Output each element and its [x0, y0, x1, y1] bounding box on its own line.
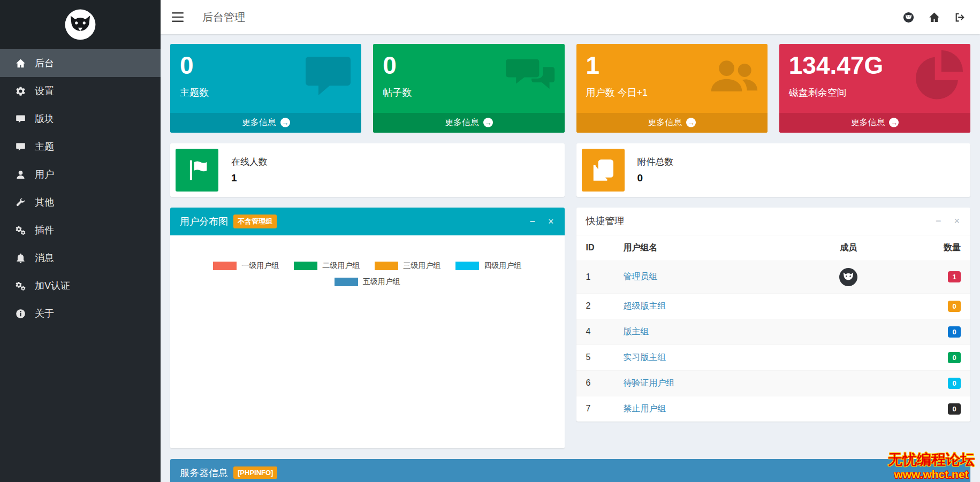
panel-header: 服务器信息 [PHPINFO]: [170, 459, 970, 482]
count-badge: 1: [948, 271, 961, 282]
table-row: 6 待验证用户组 0: [576, 370, 971, 396]
group-link[interactable]: 超级版主组: [624, 301, 666, 310]
group-link[interactable]: 版主组: [624, 327, 649, 336]
fox-logo-icon: [903, 12, 914, 23]
minimize-icon[interactable]: −: [935, 215, 943, 227]
info-icon: [14, 309, 27, 319]
count-badge: 0: [948, 301, 961, 312]
more-info-link[interactable]: 更多信息 →: [373, 113, 564, 133]
stat-box-users: 1 用户数 今日+1 更多信息 →: [576, 44, 768, 133]
sidebar-item-label: 主题: [35, 140, 54, 153]
comment-icon: [14, 142, 27, 152]
cogs-icon: [14, 281, 27, 291]
comment-icon: [14, 114, 27, 124]
sign-out-icon: [954, 12, 966, 23]
sidebar-item-other[interactable]: 其他: [0, 188, 161, 216]
sidebar-item-label: 后台: [35, 57, 54, 70]
panel-controls: − ×: [528, 216, 554, 227]
brand-home-button[interactable]: [895, 0, 921, 34]
info-box-value: 1: [231, 172, 268, 184]
table-header-row: ID 用户组名 成员 数量: [576, 235, 971, 261]
home-button[interactable]: [921, 0, 947, 34]
col-header-groupname: 用户组名: [614, 235, 786, 261]
flag-icon: [176, 149, 218, 192]
minimize-icon[interactable]: −: [528, 216, 536, 227]
arrow-circle-right-icon: →: [889, 118, 899, 127]
sidebar-item-plugins[interactable]: 插件: [0, 216, 161, 244]
group-link[interactable]: 待验证用户组: [624, 378, 675, 387]
panel-header: 用户分布图 不含管理组 − ×: [170, 208, 565, 235]
sidebar-item-label: 插件: [35, 224, 54, 236]
info-box-online: 在线人数 1: [170, 143, 565, 197]
table-row: 5 实习版主组 0: [576, 345, 971, 370]
col-header-id: ID: [576, 235, 614, 261]
sidebar-item-about[interactable]: 关于: [0, 300, 161, 327]
close-icon[interactable]: ×: [953, 215, 961, 227]
more-info-link[interactable]: 更多信息 →: [779, 113, 970, 133]
count-badge: 0: [948, 326, 961, 338]
cogs-icon: [14, 225, 27, 235]
comments-icon: [506, 50, 557, 102]
brand-logo[interactable]: [0, 0, 161, 49]
admin-app: 后台 设置 版块 主题 用户 其他: [0, 0, 980, 482]
legend-item: 三级用户组: [375, 261, 440, 271]
legend-swatch: [335, 278, 358, 286]
legend-swatch: [213, 262, 237, 270]
sidebar-item-label: 加V认证: [35, 279, 70, 292]
topbar-actions: [895, 0, 980, 34]
table-row: 7 禁止用户组 0: [576, 396, 971, 422]
panel-title: 服务器信息: [180, 466, 228, 479]
stat-box-disk: 134.47G 磁盘剩余空间 更多信息 →: [779, 44, 970, 133]
copy-icon: [582, 149, 625, 192]
group-link[interactable]: 实习版主组: [624, 353, 666, 362]
sidebar-item-label: 版块: [35, 112, 54, 125]
group-link[interactable]: 管理员组: [624, 272, 658, 281]
info-box-attachments: 附件总数 0: [576, 143, 971, 197]
panel-badge: 不含管理组: [233, 215, 277, 228]
sidebar-item-topics[interactable]: 主题: [0, 133, 161, 160]
group-link[interactable]: 禁止用户组: [624, 404, 666, 413]
phpinfo-badge[interactable]: [PHPINFO]: [233, 466, 277, 479]
sidebar-item-settings[interactable]: 设置: [0, 77, 161, 105]
arrow-circle-right-icon: →: [483, 118, 493, 127]
avatar[interactable]: [839, 268, 857, 286]
sidebar-item-label: 用户: [35, 168, 54, 181]
cell-id: 5: [576, 345, 614, 370]
more-info-link[interactable]: 更多信息 →: [170, 113, 361, 133]
wrench-icon: [14, 197, 27, 208]
legend-label: 一级用户组: [241, 261, 279, 271]
sidebar-item-label: 关于: [35, 307, 54, 320]
sidebar-toggle-button[interactable]: [161, 0, 195, 34]
logout-button[interactable]: [947, 0, 973, 34]
close-icon[interactable]: ×: [547, 216, 555, 227]
panel-header: 快捷管理 − ×: [576, 208, 971, 235]
bell-icon: [14, 253, 27, 263]
stat-box-posts: 0 帖子数 更多信息 →: [373, 44, 564, 133]
table-row: 4 版主组 0: [576, 319, 971, 345]
cell-id: 6: [576, 370, 614, 396]
users-icon: [709, 50, 760, 102]
info-box-label: 附件总数: [637, 156, 674, 168]
legend-swatch: [375, 262, 398, 270]
panel-title: 用户分布图: [180, 215, 228, 228]
table-row: 1 管理员组 1: [576, 261, 971, 293]
table-row: 2 超级版主组 0: [576, 293, 971, 319]
sidebar-item-label: 消息: [35, 251, 54, 264]
count-badge: 0: [948, 352, 961, 363]
page-title: 后台管理: [202, 10, 245, 25]
cell-id: 4: [576, 319, 614, 345]
more-info-link[interactable]: 更多信息 →: [576, 113, 768, 133]
sidebar-item-dashboard[interactable]: 后台: [0, 49, 161, 77]
legend-swatch: [294, 262, 317, 270]
sidebar-item-users[interactable]: 用户: [0, 160, 161, 188]
home-icon: [14, 58, 27, 68]
fox-logo-icon: [64, 8, 97, 41]
more-info-label: 更多信息: [648, 117, 682, 128]
sidebar-item-messages[interactable]: 消息: [0, 244, 161, 272]
sidebar-item-verification[interactable]: 加V认证: [0, 272, 161, 300]
sidebar-item-forums[interactable]: 版块: [0, 105, 161, 133]
more-info-label: 更多信息: [850, 117, 885, 128]
more-info-label: 更多信息: [445, 117, 479, 128]
hamburger-icon: [172, 12, 184, 22]
arrow-circle-right-icon: →: [280, 118, 290, 127]
